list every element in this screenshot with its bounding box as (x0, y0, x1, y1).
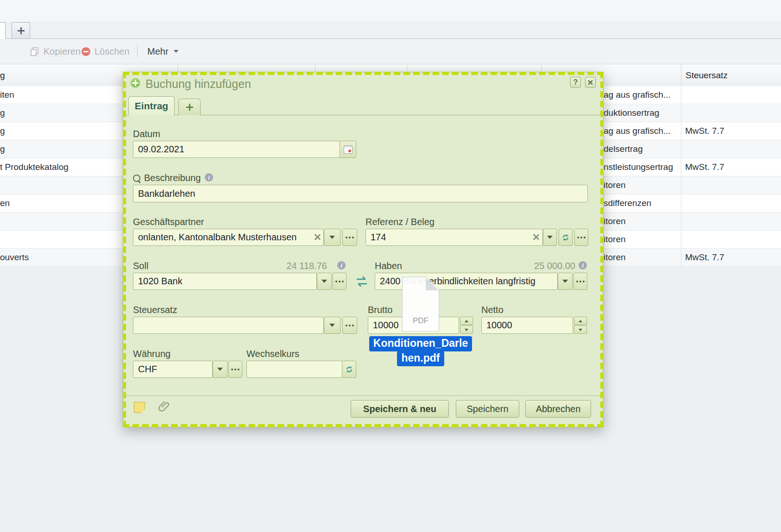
stepper-up-button[interactable] (460, 317, 473, 325)
cancel-button[interactable]: Abbrechen (525, 400, 591, 418)
waehrung-input[interactable] (133, 361, 213, 378)
geschaeftspartner-more-button[interactable] (342, 229, 357, 246)
chevron-down-icon (217, 368, 223, 371)
date-picker-button[interactable] (340, 141, 356, 158)
new-tab-button[interactable] (12, 22, 30, 38)
waehrung-dropdown-button[interactable] (213, 361, 227, 378)
save-and-new-button[interactable]: Speichern & neu (351, 400, 449, 418)
file-name-line-1: Konditionen_Darle (369, 336, 472, 351)
row-account-fragment: itoren (604, 231, 626, 248)
column-header-steuersatz[interactable]: Steuersatz (681, 64, 781, 86)
row-account-fragment: ag aus grafisch... (604, 86, 671, 104)
toolbar: Kopieren Löschen Mehr (0, 39, 781, 64)
steuersatz-label: Steuersatz (133, 305, 177, 315)
close-button[interactable]: × (585, 77, 596, 88)
copy-button[interactable]: Kopieren (30, 39, 81, 64)
soll-konto-input[interactable] (133, 273, 317, 290)
swap-icon (355, 275, 369, 288)
referenz-dropdown-button[interactable] (543, 229, 557, 246)
chevron-down-icon (321, 280, 327, 283)
datum-label: Datum (133, 129, 160, 139)
plus-icon (186, 104, 193, 111)
toolbar-separator (137, 45, 138, 57)
row-account-fragment: duktionsertrag (604, 104, 659, 122)
document-tab-bar (0, 21, 781, 39)
tab-add-button[interactable] (178, 99, 201, 115)
more-button[interactable]: Mehr (147, 39, 178, 64)
brutto-label: Brutto (368, 305, 392, 315)
haben-more-button[interactable] (573, 273, 587, 290)
ellipsis-icon (579, 281, 581, 282)
chevron-down-icon (547, 236, 553, 239)
refresh-icon (561, 233, 570, 242)
ellipsis-icon (580, 237, 582, 238)
netto-stepper[interactable] (574, 317, 587, 334)
row-tax-fragment: MwSt. 7.7 (685, 122, 724, 140)
referenz-refresh-button[interactable] (559, 229, 573, 246)
geschaeftspartner-dropdown-button[interactable] (324, 229, 340, 246)
stepper-down-button[interactable] (574, 325, 587, 334)
dialog-header[interactable]: Buchung hinzufügen ? × (123, 72, 603, 94)
row-description-fragment: g (0, 104, 5, 122)
steuersatz-dropdown-button[interactable] (324, 317, 340, 334)
brutto-stepper[interactable] (460, 317, 473, 334)
info-icon: i (579, 261, 587, 269)
delete-label: Löschen (94, 46, 130, 57)
search-icon (133, 175, 140, 182)
dialog-title: Buchung hinzufügen (145, 72, 251, 94)
datum-input[interactable] (133, 141, 340, 158)
ellipsis-icon (339, 281, 340, 282)
save-button[interactable]: Speichern (456, 400, 519, 418)
dragged-file-name: Konditionen_Darle hen.pdf (323, 336, 518, 366)
clear-icon[interactable] (533, 234, 539, 240)
add-icon (130, 77, 141, 88)
plus-icon (18, 27, 25, 34)
attachment-button[interactable] (157, 399, 171, 416)
row-account-fragment: delsertrag (604, 140, 643, 158)
row-account-fragment: itoren (604, 249, 626, 266)
row-description-fragment: g (0, 140, 5, 158)
tab-eintrag[interactable]: Eintrag (128, 96, 175, 115)
help-button[interactable]: ? (570, 77, 581, 88)
chevron-down-icon (329, 324, 335, 327)
more-label: Mehr (147, 46, 169, 57)
chevron-down-icon (465, 329, 468, 331)
beschreibung-input[interactable] (133, 185, 588, 202)
soll-label: Soll (133, 261, 148, 271)
column-divider (681, 86, 681, 267)
calendar-icon (344, 145, 353, 154)
netto-input[interactable] (481, 317, 573, 334)
ellipsis-icon (349, 325, 351, 326)
row-account-fragment: itoren (604, 176, 626, 194)
row-tax-fragment: MwSt. 7.7 (685, 249, 724, 266)
row-account-fragment: ag aus grafisch... (604, 122, 671, 140)
steuersatz-input[interactable] (133, 317, 324, 334)
referenz-input[interactable] (365, 229, 543, 246)
delete-button[interactable]: Löschen (82, 39, 130, 64)
chevron-down-icon (174, 50, 178, 53)
netto-label: Netto (481, 305, 504, 315)
document-tab[interactable] (0, 22, 6, 39)
note-button[interactable] (134, 402, 145, 413)
ellipsis-icon (234, 369, 236, 370)
clear-icon[interactable] (314, 234, 321, 240)
haben-dropdown-button[interactable] (558, 273, 573, 290)
dragged-pdf-file[interactable]: PDF (402, 277, 439, 332)
steuersatz-more-button[interactable] (342, 317, 357, 334)
window-top-strip (0, 0, 781, 21)
referenz-more-button[interactable] (574, 229, 588, 246)
swap-accounts-button[interactable] (355, 275, 369, 288)
soll-amount: 24 118.76 (193, 261, 327, 271)
geschaeftspartner-input[interactable] (133, 229, 324, 246)
waehrung-more-button[interactable] (228, 361, 242, 378)
copy-label: Kopieren (44, 46, 81, 57)
ellipsis-icon (349, 237, 351, 238)
soll-more-button[interactable] (333, 273, 346, 290)
chevron-up-icon (579, 320, 582, 322)
paperclip-icon (157, 399, 171, 414)
stepper-down-button[interactable] (460, 325, 473, 334)
pdf-type-label: PDF (403, 316, 439, 325)
delete-icon (82, 47, 90, 56)
soll-dropdown-button[interactable] (317, 273, 332, 290)
stepper-up-button[interactable] (574, 317, 587, 325)
